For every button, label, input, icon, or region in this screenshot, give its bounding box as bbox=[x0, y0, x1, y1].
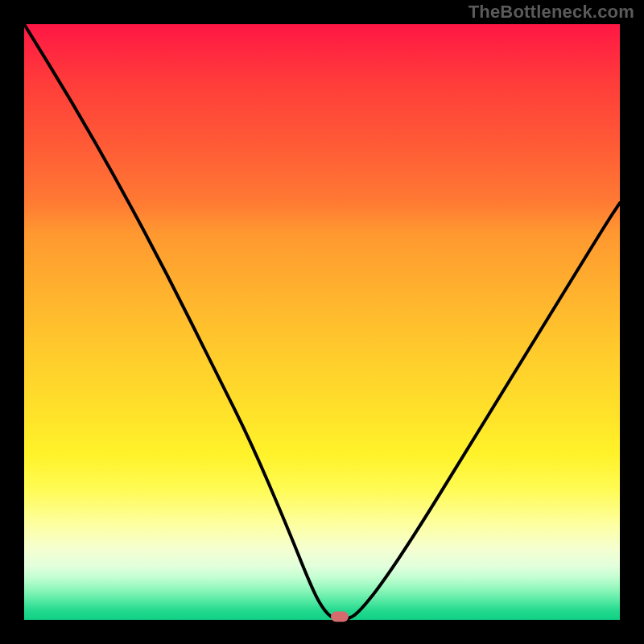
plot-area bbox=[24, 24, 620, 620]
chart-frame: TheBottleneck.com bbox=[0, 0, 644, 644]
minimum-marker bbox=[331, 612, 349, 622]
bottleneck-curve bbox=[24, 24, 620, 620]
watermark-text: TheBottleneck.com bbox=[469, 2, 634, 23]
